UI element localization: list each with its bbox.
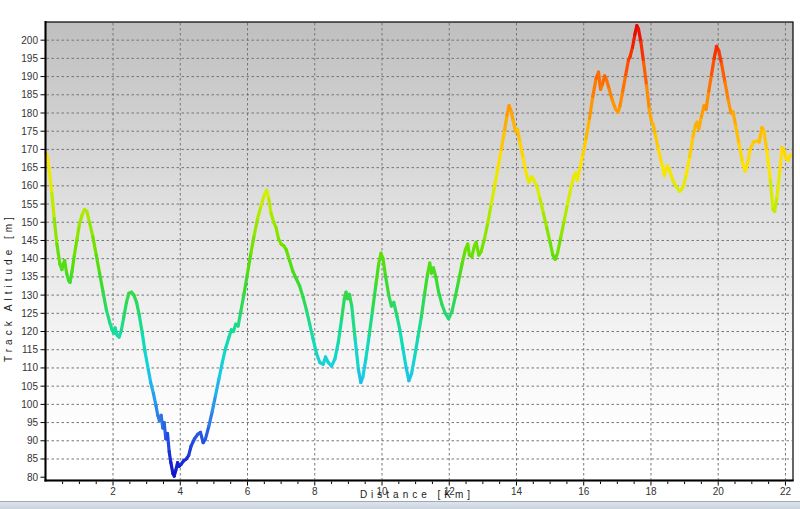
svg-text:170: 170 <box>21 144 38 155</box>
svg-text:115: 115 <box>22 344 38 355</box>
svg-text:150: 150 <box>21 217 38 228</box>
svg-text:80: 80 <box>27 472 39 483</box>
y-axis-title: Track Altitude [m] <box>3 213 14 362</box>
svg-text:110: 110 <box>22 362 38 373</box>
svg-text:105: 105 <box>21 381 38 392</box>
svg-text:160: 160 <box>21 180 38 191</box>
svg-text:200: 200 <box>21 35 38 46</box>
svg-text:16: 16 <box>578 486 590 497</box>
svg-text:120: 120 <box>21 326 38 337</box>
svg-text:135: 135 <box>21 271 38 282</box>
svg-text:20: 20 <box>713 486 725 497</box>
chart-window: 8085909510010511011512012513013514014515… <box>0 0 800 509</box>
svg-text:6: 6 <box>245 486 251 497</box>
svg-text:22: 22 <box>780 486 792 497</box>
svg-text:85: 85 <box>27 453 39 464</box>
svg-text:14: 14 <box>511 486 523 497</box>
y-tick-labels: 8085909510010511011512012513013514014515… <box>21 35 38 483</box>
x-axis-title: Distance [Km] <box>360 489 474 500</box>
svg-text:18: 18 <box>645 486 657 497</box>
svg-text:190: 190 <box>21 71 38 82</box>
svg-text:125: 125 <box>21 308 38 319</box>
svg-text:165: 165 <box>21 162 38 173</box>
altitude-profile-chart: 8085909510010511011512012513013514014515… <box>0 0 800 501</box>
altitude-profile-figure: 8085909510010511011512012513013514014515… <box>0 0 800 501</box>
svg-text:175: 175 <box>21 126 38 137</box>
svg-text:155: 155 <box>21 199 38 210</box>
svg-text:145: 145 <box>21 235 38 246</box>
window-bottom-edge <box>0 501 800 509</box>
svg-text:4: 4 <box>177 486 183 497</box>
svg-text:2: 2 <box>110 486 116 497</box>
svg-text:100: 100 <box>21 399 38 410</box>
svg-text:185: 185 <box>21 89 38 100</box>
svg-text:180: 180 <box>21 108 38 119</box>
svg-text:130: 130 <box>21 290 38 301</box>
x-ticks <box>63 482 786 486</box>
svg-text:95: 95 <box>27 417 39 428</box>
svg-text:195: 195 <box>21 53 38 64</box>
svg-text:8: 8 <box>312 486 318 497</box>
svg-text:140: 140 <box>21 253 38 264</box>
svg-text:90: 90 <box>27 435 39 446</box>
